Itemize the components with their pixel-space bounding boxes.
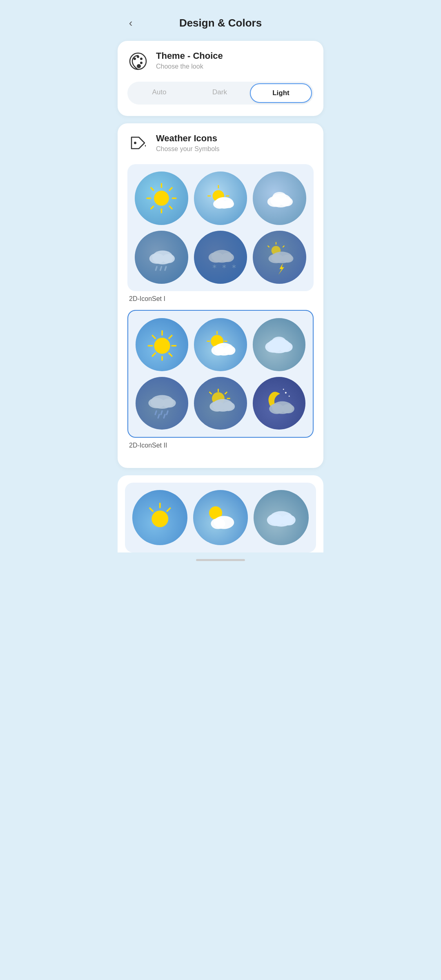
theme-title: Theme - Choice	[156, 51, 223, 61]
svg-point-83	[285, 392, 287, 394]
svg-point-6	[134, 142, 136, 144]
svg-point-78	[222, 402, 235, 411]
back-chevron-icon: ‹	[129, 18, 133, 28]
iconset-1-label: 2D-IconSet I	[127, 295, 314, 303]
weather-icons-title: Weather Icons	[156, 133, 220, 144]
svg-line-92	[150, 508, 153, 511]
icon-night-cloud-set2	[253, 377, 305, 430]
theme-card-text: Theme - Choice Choose the look	[156, 51, 223, 70]
theme-auto-button[interactable]: Auto	[129, 83, 189, 103]
page-title: Design & Colors	[139, 17, 302, 29]
icon-partly-cloudy-set2	[194, 318, 247, 371]
svg-point-61	[212, 345, 225, 355]
svg-point-95	[211, 518, 225, 529]
svg-point-23	[223, 200, 234, 208]
iconset-2-grid	[136, 318, 305, 430]
iconset-1-wrapper: * * *	[127, 164, 314, 303]
svg-line-12	[151, 188, 154, 190]
icon-partly-cloudy-set1	[194, 172, 247, 225]
weather-card-header: Weather Icons Chosse your Symbols	[127, 133, 314, 154]
svg-line-74	[164, 414, 165, 418]
svg-point-89	[151, 510, 168, 527]
svg-point-85	[283, 389, 284, 390]
iconset-1-grid-box[interactable]: * * *	[127, 164, 314, 291]
svg-line-41	[283, 246, 284, 247]
svg-line-14	[169, 188, 172, 190]
svg-point-46	[154, 338, 170, 354]
palette-icon	[127, 51, 149, 72]
svg-line-33	[165, 267, 166, 270]
svg-line-73	[158, 414, 159, 418]
back-button[interactable]: ‹	[122, 15, 139, 31]
svg-line-52	[169, 353, 172, 356]
label-icon	[127, 133, 149, 154]
icon-cloudy-set3	[254, 490, 309, 545]
theme-toggle: Auto Dark Light	[127, 82, 314, 105]
svg-line-54	[152, 353, 155, 356]
svg-line-13	[169, 206, 172, 209]
theme-light-button[interactable]: Light	[250, 83, 312, 103]
svg-line-81	[225, 392, 227, 394]
svg-point-88	[282, 404, 294, 413]
svg-point-7	[154, 191, 169, 206]
svg-point-4	[140, 62, 143, 64]
theme-dark-button[interactable]: Dark	[189, 83, 250, 103]
svg-point-62	[224, 346, 235, 355]
svg-marker-45	[278, 263, 284, 274]
weather-icons-card: Weather Icons Chosse your Symbols	[118, 123, 323, 468]
iconset-3-grid-box[interactable]	[125, 483, 316, 552]
svg-point-84	[289, 396, 290, 397]
svg-point-30	[162, 254, 175, 263]
theme-card: Theme - Choice Choose the look Auto Dark…	[118, 41, 323, 116]
svg-point-68	[148, 398, 164, 408]
iconset-2-grid-box[interactable]	[127, 310, 314, 438]
iconset-3-grid	[132, 490, 309, 545]
icon-thunder-set1	[253, 231, 306, 284]
header: ‹ Design & Colors	[110, 0, 331, 41]
scroll-indicator	[196, 559, 245, 561]
svg-point-5	[137, 64, 141, 68]
svg-line-72	[167, 411, 168, 414]
svg-point-69	[162, 399, 176, 408]
svg-point-27	[273, 192, 287, 202]
icon-sun-set1	[135, 172, 188, 225]
iconset-1-grid: * * *	[135, 172, 306, 284]
svg-line-71	[161, 411, 162, 414]
svg-point-97	[267, 514, 284, 526]
svg-line-80	[209, 392, 211, 394]
svg-text:* * *: * * *	[212, 263, 236, 272]
icon-partly-cloudy-sun-set2	[194, 377, 247, 430]
icon-partly-cloudy-set3	[193, 490, 248, 545]
weather-icons-subtitle: Chosse your Symbols	[156, 145, 220, 153]
iconset-2-wrapper: 2D-IconSet II	[127, 310, 314, 449]
svg-line-40	[268, 246, 269, 247]
icon-rain-set2	[136, 377, 188, 430]
svg-line-91	[167, 508, 170, 511]
svg-point-36	[221, 253, 234, 262]
theme-subtitle: Choose the look	[156, 63, 223, 70]
iconset-2-label: 2D-IconSet II	[127, 442, 314, 449]
icon-cloudy-set2	[253, 318, 305, 371]
svg-line-70	[155, 411, 156, 414]
theme-card-header: Theme - Choice Choose the look	[127, 51, 314, 72]
svg-point-43	[269, 254, 284, 263]
svg-point-44	[282, 254, 293, 263]
icon-sun-set2	[136, 318, 188, 371]
svg-line-51	[152, 336, 155, 339]
icon-sun-set3	[132, 490, 187, 545]
weather-card-text: Weather Icons Chosse your Symbols	[156, 133, 220, 153]
svg-point-3	[140, 58, 143, 60]
iconset-3-partial-card	[118, 475, 323, 552]
svg-point-98	[281, 514, 296, 525]
svg-line-15	[151, 206, 154, 209]
svg-line-32	[160, 267, 161, 270]
svg-point-66	[272, 336, 286, 348]
svg-line-53	[169, 336, 172, 339]
icon-cloudy-set1	[253, 172, 306, 225]
svg-line-31	[156, 267, 157, 270]
icon-snow-set1: * * *	[194, 231, 247, 284]
icon-rain-set1	[135, 231, 188, 284]
